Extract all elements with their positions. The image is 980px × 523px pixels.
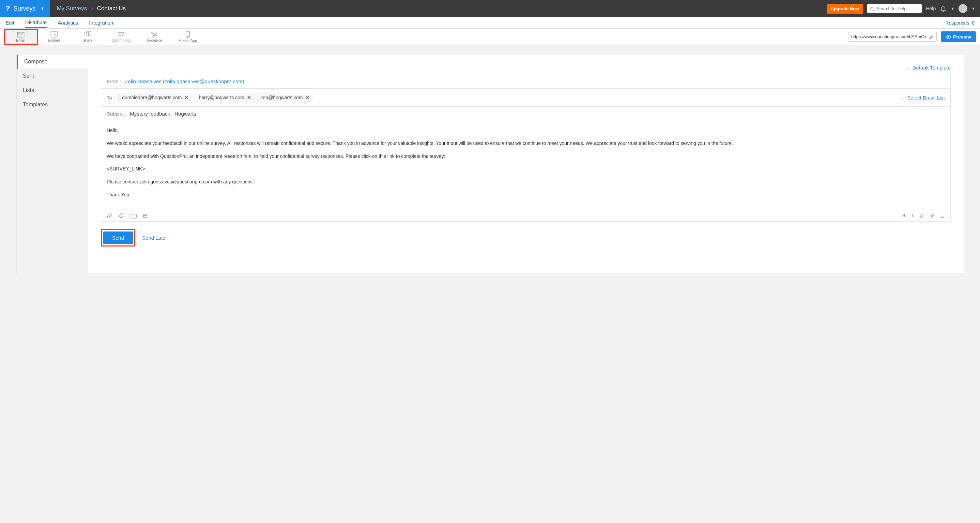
body-p2: We would appreciate your feedback in our…	[107, 139, 945, 148]
breadcrumb: My Surveys › Contact Us	[50, 5, 132, 12]
dist-email-label: Email	[16, 38, 25, 42]
send-later-link[interactable]: Send Later	[142, 235, 167, 241]
main-tabs: Edit Distribute Analytics Integration Re…	[0, 17, 980, 29]
editor-toolbar: B I U	[101, 210, 950, 221]
tab-integration[interactable]: Integration	[89, 18, 113, 28]
recipient-email: dumbledore@hogwarts.com	[122, 95, 181, 100]
svg-point-15	[948, 37, 949, 38]
breadcrumb-current: Contact Us	[97, 5, 126, 12]
svg-point-7	[118, 32, 120, 34]
select-email-list-link[interactable]: ⌄ Select Email List	[900, 95, 945, 100]
remove-chip-icon[interactable]: ✕	[185, 95, 188, 100]
body-p1: Hello,	[107, 126, 945, 135]
upgrade-button[interactable]: Upgrade Now	[827, 4, 864, 14]
tab-distribute[interactable]: Distribute	[25, 18, 47, 28]
brand-menu[interactable]: ? Surveys ▼	[0, 0, 50, 17]
dist-embed[interactable]: Embed	[38, 29, 71, 44]
svg-point-16	[122, 215, 122, 215]
caret-down-icon[interactable]: ▼	[951, 6, 955, 11]
subject-value[interactable]: Mystery feedback - Hogwarts	[130, 111, 196, 116]
compose-sidenav: Compose Sent Lists Templates	[16, 54, 88, 273]
svg-point-8	[122, 32, 124, 34]
dist-mobile[interactable]: Mobile App	[171, 29, 204, 44]
help-search[interactable]	[867, 4, 922, 13]
embed-icon	[51, 31, 58, 38]
tab-edit[interactable]: Edit	[5, 18, 14, 28]
responses-count[interactable]: Responses: 0	[945, 20, 975, 26]
mobile-icon	[185, 31, 190, 38]
to-label: To :	[107, 95, 115, 100]
remove-chip-icon[interactable]: ✕	[305, 95, 309, 100]
survey-url-input[interactable]	[851, 34, 929, 39]
recipient-chip[interactable]: dumbledore@hogwarts.com ✕	[118, 93, 192, 102]
survey-url-box[interactable]	[848, 32, 937, 41]
email-body-editor[interactable]: Hello, We would appreciate your feedback…	[101, 121, 950, 210]
svg-point-9	[120, 32, 122, 34]
sidenav-compose[interactable]: Compose	[17, 54, 88, 69]
tag-icon[interactable]	[118, 213, 124, 218]
tab-analytics[interactable]: Analytics	[57, 18, 78, 28]
main-area: Compose Sent Lists Templates ⌄ Default T…	[0, 45, 980, 286]
share-icon	[84, 31, 91, 38]
link-icon[interactable]	[107, 213, 112, 218]
toolbar-right: Preview	[848, 31, 976, 42]
preview-label: Preview	[953, 34, 971, 40]
sidenav-sent[interactable]: Sent	[17, 69, 88, 83]
search-icon	[870, 6, 874, 11]
compose-box: From : Zolin Gonsalves (zolin.gonsalves@…	[101, 74, 951, 222]
pencil-icon[interactable]	[929, 34, 934, 39]
from-row: From : Zolin Gonsalves (zolin.gonsalves@…	[101, 74, 950, 89]
audience-icon: $	[151, 31, 158, 38]
align-icon[interactable]	[940, 213, 945, 218]
sidenav-lists[interactable]: Lists	[17, 83, 88, 97]
dist-email[interactable]: Email	[4, 29, 38, 44]
distribute-toolbar: Email Embed Share Community $ Audience M…	[0, 29, 980, 45]
dist-embed-label: Embed	[48, 38, 60, 42]
help-link[interactable]: Help	[926, 6, 936, 11]
recipient-email: ron@hogwarts.com	[261, 95, 303, 100]
send-row: Send Send Later	[101, 229, 951, 247]
caret-down-icon[interactable]: ▼	[972, 6, 975, 11]
dist-audience[interactable]: $ Audience	[138, 29, 171, 44]
window-icon[interactable]	[143, 213, 148, 218]
remove-chip-icon[interactable]: ✕	[247, 95, 251, 100]
chevron-down-icon: ⌄	[906, 66, 909, 70]
sidenav-templates[interactable]: Templates	[17, 97, 88, 112]
select-list-label: Select Email List	[907, 95, 945, 100]
send-highlight: Send	[101, 229, 135, 247]
dist-community[interactable]: Community	[104, 29, 138, 44]
preview-button[interactable]: Preview	[941, 31, 976, 42]
brand-name: Surveys	[13, 5, 35, 12]
svg-point-14	[188, 36, 188, 37]
send-button[interactable]: Send	[103, 231, 133, 244]
svg-rect-13	[186, 31, 190, 38]
recipient-chip[interactable]: ron@hogwarts.com ✕	[258, 93, 313, 102]
body-p5: Please contact zolin.gonsalves@questionp…	[107, 178, 945, 186]
breadcrumb-link[interactable]: My Surveys	[57, 5, 87, 12]
svg-line-1	[873, 10, 874, 11]
brand-logo: ?	[5, 4, 10, 13]
recipient-email: harry@hogwarts.com	[199, 95, 244, 100]
italic-button[interactable]: I	[912, 213, 913, 218]
from-value[interactable]: Zolin Gonsalves (zolin.gonsalves@questio…	[125, 78, 244, 84]
keyboard-icon[interactable]	[130, 213, 137, 218]
user-avatar[interactable]	[959, 4, 967, 13]
help-search-input[interactable]	[877, 6, 919, 11]
subject-label: Subject :	[107, 111, 126, 116]
subject-row: Subject : Mystery feedback - Hogwarts	[101, 107, 950, 121]
bell-icon[interactable]	[940, 5, 947, 12]
dist-share[interactable]: Share	[71, 29, 104, 44]
svg-point-11	[153, 33, 155, 35]
bold-button[interactable]: B	[902, 213, 905, 218]
default-template-link[interactable]: ⌄ Default Template	[101, 65, 951, 70]
underline-button[interactable]: U	[920, 213, 923, 218]
recipient-chips: dumbledore@hogwarts.com ✕ harry@hogwarts…	[118, 93, 313, 102]
link-icon[interactable]	[929, 213, 934, 218]
community-icon	[117, 31, 125, 38]
topbar-right: Upgrade Now Help ▼ ▼	[827, 4, 980, 14]
chevron-down-icon: ⌄	[900, 96, 904, 100]
top-bar: ? Surveys ▼ My Surveys › Contact Us Upgr…	[0, 0, 980, 17]
svg-rect-23	[143, 215, 147, 217]
recipient-chip[interactable]: harry@hogwarts.com ✕	[195, 93, 255, 102]
from-label: From :	[107, 78, 121, 84]
